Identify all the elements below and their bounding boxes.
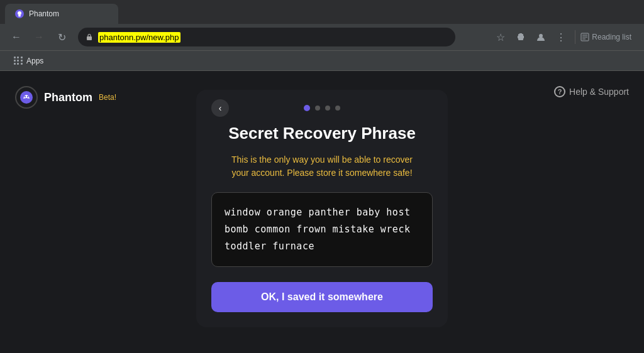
back-button[interactable]: ← [8, 28, 25, 46]
bookmarks-bar: Apps [0, 50, 644, 70]
toolbar-icons: ☆ ⋮ Reading list [492, 28, 636, 46]
apps-icon [14, 57, 23, 65]
pagination-dot-4 [335, 106, 340, 111]
url-display: phantonn.pw/new.php [98, 33, 448, 42]
seed-phrase-box: window orange panther baby host bomb com… [211, 192, 433, 267]
browser-chrome: Phantom ← → ↻ phantonn.pw/new.php ☆ ⋮ [0, 0, 644, 71]
phantom-icon [15, 86, 38, 109]
url-highlighted: phantonn.pw/new.php [98, 32, 180, 43]
reload-button[interactable]: ↻ [53, 28, 70, 46]
tab-bar: Phantom [0, 0, 644, 24]
seed-phrase-words: window orange panther baby host bomb com… [225, 204, 419, 255]
apps-label: Apps [26, 57, 43, 65]
tab-title: Phantom [29, 9, 59, 18]
phantom-name: Phantom [44, 91, 92, 104]
card-title: Secret Recovery Phrase [228, 124, 416, 143]
phantom-logo: Phantom Beta! [15, 86, 116, 109]
reading-list-button[interactable]: Reading list [575, 30, 636, 44]
help-question-mark: ? [558, 88, 562, 95]
pagination-dot-1 [304, 105, 310, 111]
address-bar[interactable]: phantonn.pw/new.php [78, 28, 455, 46]
pagination-back-arrow[interactable]: ‹ [211, 99, 229, 117]
lock-icon [86, 33, 93, 41]
help-icon: ? [554, 86, 565, 97]
help-support-link[interactable]: ? Help & Support [554, 86, 629, 97]
phantom-beta-badge: Beta! [99, 93, 116, 102]
help-support-label: Help & Support [569, 87, 629, 97]
warning-text: This is the only way you will be able to… [231, 153, 413, 180]
active-tab[interactable]: Phantom [5, 4, 118, 24]
toolbar: ← → ↻ phantonn.pw/new.php ☆ ⋮ Reading li… [0, 24, 644, 50]
menu-button[interactable]: ⋮ [552, 28, 570, 46]
forward-button[interactable]: → [30, 28, 48, 46]
main-card: ‹ Secret Recovery Phrase This is the onl… [196, 90, 448, 327]
profile-button[interactable] [532, 28, 550, 46]
extensions-button[interactable] [512, 28, 530, 46]
pagination-dot-3 [325, 106, 330, 111]
svg-point-1 [18, 15, 21, 17]
svg-point-0 [18, 11, 21, 15]
reading-list-label: Reading list [592, 33, 631, 41]
page-content: Phantom Beta! ? Help & Support ‹ Secret … [0, 71, 644, 353]
ok-saved-button[interactable]: OK, I saved it somewhere [211, 282, 433, 312]
svg-point-10 [27, 96, 28, 97]
pagination-dot-2 [315, 106, 320, 111]
pagination: ‹ [211, 105, 433, 111]
svg-point-9 [25, 96, 26, 97]
star-button[interactable]: ☆ [492, 28, 509, 46]
tab-favicon [15, 9, 24, 18]
svg-rect-2 [87, 36, 92, 40]
apps-bookmark[interactable]: Apps [8, 54, 50, 68]
